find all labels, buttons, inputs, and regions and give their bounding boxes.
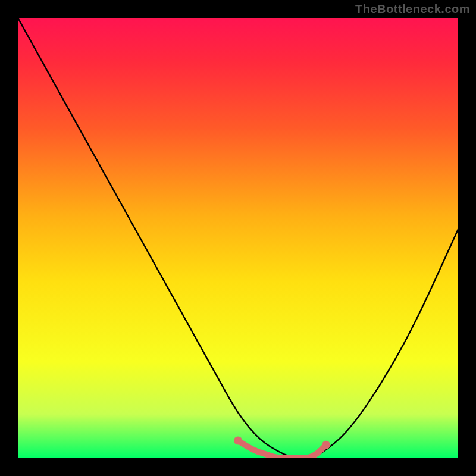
watermark-text: TheBottleneck.com [355,2,470,16]
optimal-band-endpoint [322,441,330,449]
optimal-band-endpoint [234,436,242,444]
bottleneck-chart [18,18,458,458]
chart-background [18,18,458,458]
chart-container [18,18,458,458]
